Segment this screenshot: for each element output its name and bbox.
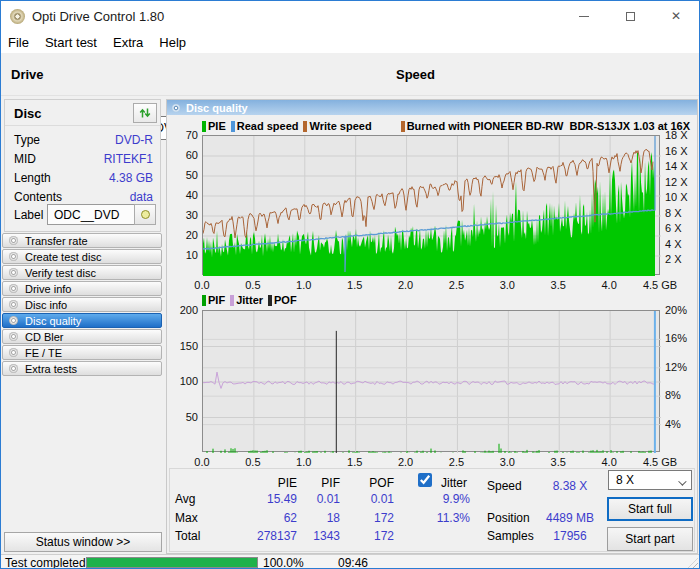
menu-extra[interactable]: Extra <box>105 33 151 52</box>
sidebar-item-label: Disc info <box>25 299 67 311</box>
sidebar: Transfer rateCreate test discVerify test… <box>2 233 162 377</box>
avg-pif: 0.01 <box>278 492 340 506</box>
disc-panel-title: Disc <box>14 106 41 121</box>
sidebar-item-fe-te[interactable]: FE / TE <box>2 345 162 360</box>
legend-item: PIF <box>202 294 230 306</box>
sidebar-item-extra-tests[interactable]: Extra tests <box>2 361 162 376</box>
disc-quality-panel: Disc quality PIERead speedWrite speedBur… <box>166 99 698 554</box>
legend-label: POF <box>274 294 297 306</box>
x-axis-tick-label: 4.0 <box>601 456 616 468</box>
status-bar: Test completed 100.0% 09:46 <box>1 554 699 569</box>
sidebar-item-disc-quality[interactable]: Disc quality <box>2 313 162 328</box>
y-axis-right-tick-label: 16% <box>665 332 687 344</box>
legend-swatch <box>202 121 206 132</box>
progress-percent: 100.0% <box>263 556 304 569</box>
panel-title: Disc quality <box>186 102 248 114</box>
field-value: DVD-R <box>115 133 153 147</box>
position-info-label: Position <box>487 511 530 525</box>
legend-item: Read speed <box>231 120 304 132</box>
y-axis-right-tick-label: 20% <box>665 304 687 316</box>
window-controls: ✕ <box>561 1 699 31</box>
progress-bar <box>86 557 258 568</box>
samples-info-label: Samples <box>487 529 534 543</box>
speed-label: Speed <box>396 67 435 82</box>
x-axis-tick-label: 3.5 <box>551 456 566 468</box>
field-label: Contents <box>14 190 62 204</box>
speed-info-value: 8.38 X <box>539 479 601 493</box>
y-axis-tick-label: 40 <box>171 189 198 201</box>
legend-item: Write speed <box>303 120 376 132</box>
field-label: Length <box>14 171 51 185</box>
y-axis-right-tick-label: 16 X <box>665 145 688 157</box>
disc-icon <box>9 236 18 245</box>
disc-refresh-button[interactable] <box>133 103 157 123</box>
resize-grip[interactable] <box>687 558 698 569</box>
legend-label: PIF <box>208 294 225 306</box>
x-axis-tick-label: 0.0 <box>194 279 209 291</box>
y-axis-right-tick-label: 10 X <box>665 191 688 203</box>
sidebar-item-transfer-rate[interactable]: Transfer rate <box>2 233 162 248</box>
minimize-button[interactable] <box>561 1 607 31</box>
read-speed-select-value: 8 X <box>616 473 634 487</box>
x-axis-tick-label: 2.5 <box>449 279 464 291</box>
status-window-button[interactable]: Status window >> <box>4 532 162 552</box>
menu-file[interactable]: File <box>1 33 37 52</box>
window-title: Opti Drive Control 1.80 <box>32 9 164 24</box>
y-axis-right-tick-label: 12% <box>665 361 687 373</box>
toolbar: Drive (H:) BENQ DVD DD DW1620 B7W9 Speed <box>1 53 699 96</box>
y-axis-right-tick-label: 2 X <box>665 253 682 265</box>
menu-help[interactable]: Help <box>151 33 194 52</box>
field-value: data <box>130 190 153 204</box>
drive-label: Drive <box>11 67 44 82</box>
pif-jitter-pof-chart <box>202 310 660 452</box>
legend-swatch <box>268 295 272 306</box>
disc-label-input[interactable] <box>47 204 135 225</box>
legend-swatch <box>303 121 307 132</box>
x-axis-tick-label: 0.5 <box>245 279 260 291</box>
y-axis-tick-label: 50 <box>171 411 198 423</box>
sidebar-item-cd-bler[interactable]: CD Bler <box>2 329 162 344</box>
x-axis-tick-label: 0.5 <box>245 456 260 468</box>
sidebar-item-drive-info[interactable]: Drive info <box>2 281 162 296</box>
elapsed-time: 09:46 <box>338 556 368 569</box>
menu-start-test[interactable]: Start test <box>37 33 105 52</box>
legend-swatch <box>231 121 235 132</box>
sidebar-item-label: FE / TE <box>25 347 62 359</box>
x-axis-tick-label: 0.0 <box>194 456 209 468</box>
legend-item: PIE <box>202 120 231 132</box>
legend-swatch <box>230 295 234 306</box>
bottom-chart-legend: PIFJitterPOF <box>202 294 302 306</box>
field-value: 4.38 GB <box>109 171 153 185</box>
write-label-button[interactable] <box>134 204 156 225</box>
sidebar-item-create-test-disc[interactable]: Create test disc <box>2 249 162 264</box>
maximize-button[interactable] <box>607 1 653 31</box>
legend-item: Jitter <box>230 294 268 306</box>
y-axis-tick-label: 60 <box>171 149 198 161</box>
col-header-pif: PIF <box>278 476 340 490</box>
jitter-checkbox[interactable] <box>418 473 432 487</box>
legend-swatch <box>401 121 405 132</box>
col-header-pof: POF <box>332 476 394 490</box>
app-disc-icon <box>10 9 25 24</box>
x-axis-tick-label: 3.0 <box>500 456 515 468</box>
progress-fill <box>87 558 257 567</box>
field-label: MID <box>14 152 36 166</box>
y-axis-right-tick-label: 6 X <box>665 222 682 234</box>
read-speed-select[interactable]: 8 X <box>608 470 692 490</box>
legend-label: Read speed <box>237 120 299 132</box>
sidebar-item-label: Drive info <box>25 283 71 295</box>
menu-bar: FileStart testExtraHelp <box>1 31 699 53</box>
close-button[interactable]: ✕ <box>653 1 699 31</box>
x-axis-tick-label: 1.0 <box>296 456 311 468</box>
start-full-button[interactable]: Start full <box>607 497 693 521</box>
total-pof: 172 <box>332 529 394 543</box>
position-info-value: 4489 MB <box>539 511 601 525</box>
max-jitter: 11.3% <box>408 511 470 525</box>
sidebar-item-verify-test-disc[interactable]: Verify test disc <box>2 265 162 280</box>
sidebar-item-disc-info[interactable]: Disc info <box>2 297 162 312</box>
status-text: Test completed <box>5 556 86 569</box>
row-label-max: Max <box>175 511 198 525</box>
refresh-arrows-icon <box>138 106 152 120</box>
start-part-button[interactable]: Start part <box>607 527 693 551</box>
speed-info-label: Speed <box>487 479 522 493</box>
